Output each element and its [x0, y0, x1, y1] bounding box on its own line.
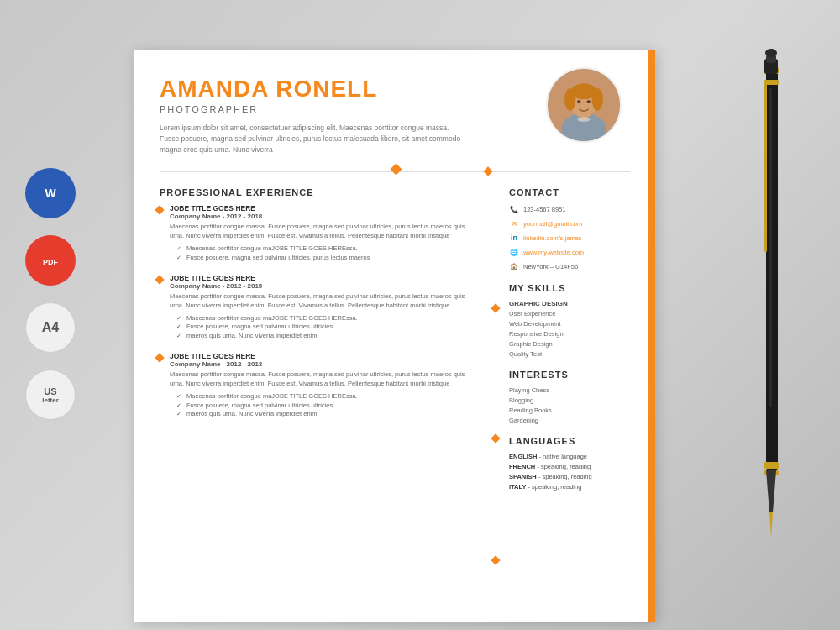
experience-section-title: PROFESSIONAL EXPERIENCE	[160, 187, 479, 197]
svg-rect-25	[769, 88, 772, 407]
job-entry-2: JOBE TITLE GOES HERE Company Name - 2012…	[160, 274, 479, 340]
svg-rect-18	[764, 462, 779, 469]
linkedin-icon: in	[509, 233, 519, 243]
job-bullets-1: Maecenas porttitor congue maJOBE TITLE G…	[170, 244, 479, 262]
skill-item-4: Responsive Design	[509, 330, 630, 338]
language-item-4: ITALY - speaking, reading	[509, 483, 630, 491]
skill-item-6: Quality Test	[509, 350, 630, 358]
a4-label: A4	[42, 320, 59, 335]
job-title-2: JOBE TITLE GOES HERE	[170, 274, 479, 282]
home-icon: 🏠	[509, 261, 519, 271]
contact-address-text: NewYork – G14F56	[523, 263, 578, 270]
job-desc-1: Maecenas porttitor congue massa. Fusce p…	[170, 223, 479, 241]
svg-point-11	[577, 100, 581, 103]
email-icon: ✉	[509, 218, 519, 228]
languages-section: LANGUAGES ENGLISH - native language FREN…	[509, 436, 630, 491]
job-desc-3: Maecenas porttitor congue massa. Fusce p…	[170, 370, 479, 389]
globe-icon: 🌐	[509, 247, 519, 257]
svg-marker-20	[766, 470, 776, 512]
contact-linkedin: in linkedin.com/s.james	[509, 233, 630, 243]
language-level-1: - native language	[538, 453, 587, 460]
contact-address: 🏠 NewYork – G14F56	[509, 261, 630, 271]
bio-text: Lorem ipsum dolor sit amet, consectetuer…	[160, 123, 462, 155]
contact-email-text: yourmail@gmail.com	[523, 220, 582, 228]
job-entry-1: JOBE TITLE GOES HERE Company Name - 2012…	[160, 204, 479, 262]
contact-phone: 📞 123-4567 8951	[509, 204, 630, 214]
svg-text:PDF: PDF	[43, 258, 59, 266]
right-column: CONTACT 📞 123-4567 8951 ✉ yourmail@gmail…	[496, 187, 655, 591]
job-bullet: Fusce posuere, magna sed pulvinar ultric…	[176, 254, 479, 263]
job-company-2: Company Name - 2012 - 2015	[170, 282, 479, 290]
contact-section: CONTACT 📞 123-4567 8951 ✉ yourmail@gmail…	[509, 187, 630, 271]
contact-email: ✉ yourmail@gmail.com	[509, 218, 630, 228]
job-bullet: Maecenas porttitor congue maJOBE TITLE G…	[176, 244, 479, 254]
language-level-3: - speaking, reading	[538, 473, 592, 480]
job-bullet: Fusce posuere, magna sed pulvinar ultric…	[176, 323, 479, 332]
svg-point-12	[586, 100, 591, 103]
resume-paper: AMANDA RONELL PHOTOGRAPHER	[134, 50, 655, 622]
contact-title: CONTACT	[509, 187, 630, 197]
svg-point-10	[592, 88, 603, 111]
interest-item-1: Playing Chess	[509, 386, 630, 394]
pdf-icon[interactable]: PDF	[25, 235, 76, 286]
job-bullet: Maecenas porttitor congue maJOBE TITLE G…	[176, 392, 479, 402]
skill-item-5: Graphic Design	[509, 340, 630, 348]
interest-item-3: Reading Books	[509, 407, 630, 414]
job-company-1: Company Name - 2012 - 2018	[170, 213, 479, 220]
avatar	[546, 67, 622, 143]
job-bullet: Maecenas porttitor congue maJOBE TITLE G…	[176, 314, 479, 323]
job-bullet: maeros quis urna. Nunc viverra imperdiet…	[176, 410, 479, 419]
language-item-2: FRENCH - speaking, reading	[509, 463, 630, 470]
word-icon[interactable]: W	[25, 168, 76, 218]
pen-decoration	[748, 42, 794, 566]
svg-marker-21	[769, 512, 773, 538]
job-desc-2: Maecenas porttitor congue massa. Fusce p…	[170, 292, 479, 311]
svg-point-13	[577, 117, 590, 122]
job-diamond-2	[155, 275, 164, 284]
skills-section: MY SKILLS GRAPHIC DESIGN User Experience…	[509, 283, 630, 358]
job-diamond-1	[155, 206, 164, 215]
language-item-3: SPANISH - speaking, reading	[509, 473, 630, 480]
job-diamond-3	[155, 354, 164, 363]
skill-item-3: Web Development	[509, 320, 630, 328]
phone-icon: 📞	[509, 204, 519, 214]
left-icons-panel: W PDF A4 US letter	[25, 168, 76, 420]
job-bullets-3: Maecenas porttitor congue maJOBE TITLE G…	[170, 392, 479, 419]
contact-website: 🌐 www.my-website.com	[509, 247, 630, 257]
svg-rect-17	[764, 80, 779, 85]
interests-section: INTERESTS Playing Chess Blogging Reading…	[509, 370, 630, 424]
contact-website-text: www.my-website.com	[523, 249, 584, 256]
job-bullet: maeros quis urna. Nunc viverra imperdiet…	[176, 332, 479, 341]
interest-item-2: Blogging	[509, 396, 630, 404]
job-company-3: Company Name - 2012 - 2013	[170, 360, 479, 368]
skills-title: MY SKILLS	[509, 283, 630, 293]
resume-header: AMANDA RONELL PHOTOGRAPHER	[134, 50, 655, 167]
us-label: US	[44, 386, 56, 396]
left-column: PROFESSIONAL EXPERIENCE JOBE TITLE GOES …	[134, 187, 496, 591]
contact-linkedin-text: linkedin.com/s.james	[523, 234, 582, 242]
contact-phone-text: 123-4567 8951	[523, 206, 565, 213]
us-format-button[interactable]: US letter	[25, 370, 76, 420]
svg-point-9	[564, 88, 575, 111]
resume-body: PROFESSIONAL EXPERIENCE JOBE TITLE GOES …	[134, 179, 655, 591]
job-entry-3: JOBE TITLE GOES HERE Company Name - 2012…	[160, 352, 479, 418]
language-level-4: - speaking, reading	[528, 483, 582, 491]
language-level-2: - speaking, reading	[537, 463, 591, 470]
interest-item-4: Gardening	[509, 417, 630, 424]
language-item-1: ENGLISH - native language	[509, 453, 630, 460]
job-bullets-2: Maecenas porttitor congue maJOBE TITLE G…	[170, 314, 479, 341]
interests-title: INTERESTS	[509, 370, 630, 380]
job-bullet: Fusce posuere, magna sed pulvinar ultric…	[176, 402, 479, 411]
skill-item-1: GRAPHIC DESIGN	[509, 300, 630, 307]
a4-format-button[interactable]: A4	[25, 302, 76, 353]
us-sublabel: letter	[42, 396, 59, 404]
job-title-3: JOBE TITLE GOES HERE	[170, 352, 479, 360]
svg-text:W: W	[45, 186, 56, 200]
skill-item-2: User Experience	[509, 310, 630, 318]
svg-point-24	[765, 49, 777, 57]
job-title-1: JOBE TITLE GOES HERE	[170, 204, 479, 213]
svg-rect-15	[764, 84, 767, 252]
languages-title: LANGUAGES	[509, 436, 630, 446]
